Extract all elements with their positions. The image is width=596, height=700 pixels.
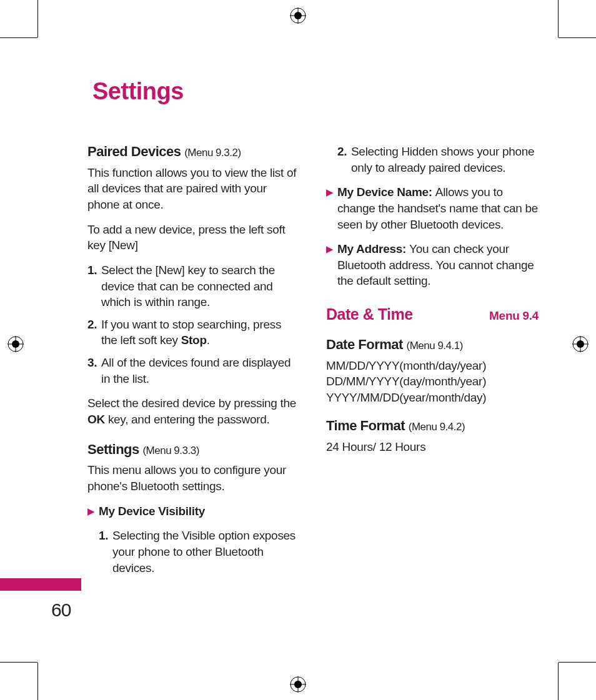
list-text: If you want to stop searching, press the… bbox=[101, 317, 300, 348]
body-text: This menu allows you to configure your p… bbox=[87, 462, 300, 494]
bullet-item: ▶ My Device Visibility bbox=[87, 503, 300, 520]
list-item: 3. All of the devices found are displaye… bbox=[87, 355, 300, 387]
list-item: 1. Select the [New] key to search the de… bbox=[87, 262, 300, 310]
list-number: 2. bbox=[87, 317, 101, 348]
list-text: All of the devices found are displayed i… bbox=[101, 355, 300, 387]
menu-ref: (Menu 9.3.3) bbox=[142, 445, 199, 456]
registration-mark-icon bbox=[572, 336, 589, 352]
heading-time-format: Time Format (Menu 9.4.2) bbox=[326, 417, 539, 435]
list-item: 2. If you want to stop searching, press … bbox=[87, 317, 300, 348]
list-text: Selecting Hidden shows your phone only t… bbox=[351, 144, 539, 175]
registration-mark-icon bbox=[7, 336, 24, 352]
side-tab bbox=[0, 578, 81, 591]
body-text: 24 Hours/ 12 Hours bbox=[326, 439, 539, 455]
section-heading-date-time: Date & Time Menu 9.4 bbox=[326, 304, 539, 325]
list-number: 3. bbox=[87, 355, 101, 387]
menu-ref: (Menu 9.3.2) bbox=[184, 147, 241, 159]
ordered-list: 2. Selecting Hidden shows your phone onl… bbox=[337, 144, 539, 175]
section-title: Date & Time bbox=[326, 304, 413, 325]
heading-text: Settings bbox=[87, 441, 139, 457]
heading-text: Paired Devices bbox=[87, 144, 181, 159]
heading-settings: Settings (Menu 9.3.3) bbox=[87, 440, 300, 459]
list-item: 1. Selecting the Visible option exposes … bbox=[99, 528, 300, 576]
ordered-list: 1. Select the [New] key to search the de… bbox=[87, 262, 300, 387]
body-text: To add a new device, press the left soft… bbox=[87, 222, 300, 254]
heading-text: Date Format bbox=[326, 337, 403, 352]
menu-ref: Menu 9.4 bbox=[489, 308, 539, 324]
bullet-item: ▶ My Device Name: Allows you to change t… bbox=[326, 184, 539, 232]
ordered-list: 1. Selecting the Visible option exposes … bbox=[99, 528, 300, 576]
heading-text: Time Format bbox=[326, 418, 405, 433]
right-column: 2. Selecting Hidden shows your phone onl… bbox=[326, 142, 539, 584]
list-number: 2. bbox=[337, 144, 351, 175]
registration-mark-icon bbox=[290, 7, 306, 24]
page-number: 60 bbox=[51, 599, 71, 621]
list-text: Select the [New] key to search the devic… bbox=[101, 262, 300, 310]
body-text: Select the desired device by pressing th… bbox=[87, 395, 300, 427]
body-text: This function allows you to view the lis… bbox=[87, 165, 300, 213]
body-text: MM/DD/YYYY(month/day/year) DD/MM/YYYY(da… bbox=[326, 358, 539, 406]
bullet-label: My Address: bbox=[337, 242, 409, 255]
registration-mark-icon bbox=[290, 676, 306, 693]
heading-paired-devices: Paired Devices (Menu 9.3.2) bbox=[87, 142, 300, 161]
page-content: Settings Paired Devices (Menu 9.3.2) Thi… bbox=[87, 78, 544, 584]
bullet-label: My Device Visibility bbox=[99, 505, 205, 518]
menu-ref: (Menu 9.4.2) bbox=[409, 421, 465, 433]
bullet-label: My Device Name: bbox=[337, 185, 435, 199]
heading-date-format: Date Format (Menu 9.4.1) bbox=[326, 335, 539, 354]
bullet-item: ▶ My Address: You can check your Bluetoo… bbox=[326, 241, 539, 289]
list-item: 2. Selecting Hidden shows your phone onl… bbox=[337, 144, 539, 175]
arrow-icon: ▶ bbox=[326, 184, 337, 232]
left-column: Paired Devices (Menu 9.3.2) This functio… bbox=[87, 142, 300, 584]
list-number: 1. bbox=[87, 262, 101, 310]
list-number: 1. bbox=[99, 528, 112, 576]
arrow-icon: ▶ bbox=[326, 241, 337, 289]
menu-ref: (Menu 9.4.1) bbox=[406, 340, 462, 352]
page-title: Settings bbox=[92, 78, 544, 105]
arrow-icon: ▶ bbox=[87, 503, 99, 520]
list-text: Selecting the Visible option exposes you… bbox=[112, 528, 300, 576]
